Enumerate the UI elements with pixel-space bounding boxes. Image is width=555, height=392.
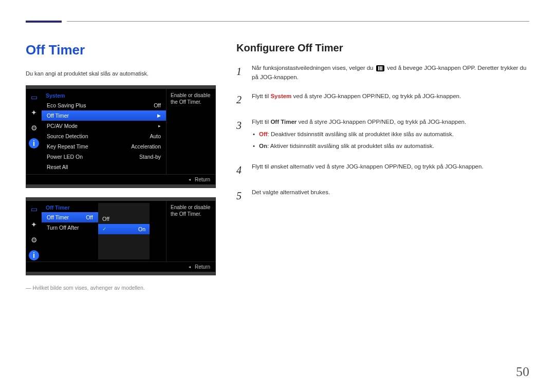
osd-option[interactable]: ✓On (98, 224, 150, 234)
step-item: 1Når funksjonstastveiledningen vises, ve… (236, 63, 529, 82)
back-arrow-icon: ◂ (189, 177, 191, 182)
step-number: 2 (236, 91, 245, 108)
step-number: 4 (236, 162, 245, 178)
menu-icon (376, 65, 384, 71)
osd-help-text: Enable or disable the Off Timer. (166, 89, 215, 174)
osd-row[interactable]: Eco Saving PlusOff (42, 100, 166, 110)
step-bullet: On: Aktiver tidsinnstilt avslåing slik a… (252, 141, 529, 151)
step-number: 1 (236, 63, 245, 82)
step-body: Det valgte alternativet brukes. (252, 188, 529, 204)
osd-row[interactable]: Off Timer▶ (42, 110, 166, 121)
osd-option[interactable]: Off (98, 214, 150, 224)
gear-icon: ⚙ (29, 235, 39, 245)
osd-row[interactable]: Turn Off After (42, 222, 98, 233)
page-number: 50 (516, 364, 529, 380)
step-bullet: Off: Deaktiver tidsinnstilt avslåing sli… (252, 129, 529, 139)
osd-row[interactable]: Power LED OnStand-by (42, 152, 166, 162)
info-icon: i (29, 138, 39, 148)
osd-sub-header: Off Timer (42, 203, 98, 212)
intro-text: Du kan angi at produktet skal slås av au… (26, 69, 216, 78)
osd-help-text: Enable or disable the Off Timer. (166, 201, 215, 262)
configure-title: Konfigurere Off Timer (236, 42, 529, 54)
osd-row[interactable]: Off TimerOff (42, 212, 98, 222)
monitor-icon: ▭ (29, 204, 39, 214)
osd-header: System (42, 91, 166, 100)
step-number: 5 (236, 188, 245, 204)
osd-system-menu: ▭ ✦ ⚙ i System Eco Saving PlusOffOff Tim… (26, 85, 216, 188)
step-item: 2Flytt til System ved å styre JOG-knappe… (236, 91, 529, 108)
step-item: 5Det valgte alternativet brukes. (236, 188, 529, 204)
step-item: 3Flytt til Off Timer ved å styre JOG-kna… (236, 117, 529, 153)
osd-row[interactable]: Key Repeat TimeAcceleration (42, 141, 166, 152)
osd-row[interactable]: Source DetectionAuto (42, 131, 166, 141)
gear-icon: ⚙ (29, 123, 39, 133)
step-item: 4Flytt til ønsket alternativ ved å styre… (236, 162, 529, 178)
return-label: Return (195, 264, 210, 270)
step-body: Flytt til System ved å styre JOG-knappen… (252, 91, 529, 108)
osd-offtimer-menu: ▭ ✦ ⚙ i Off Timer Off TimerOffTurn Off A… (26, 197, 216, 275)
step-body: Flytt til Off Timer ved å styre JOG-knap… (252, 117, 529, 153)
step-body: Når funksjonstastveiledningen vises, vel… (252, 63, 529, 82)
info-icon: i (29, 250, 39, 260)
target-icon: ✦ (29, 219, 39, 230)
header-rule (26, 21, 529, 22)
footnote: ― Hvilket bilde som vises, avhenger av m… (26, 285, 216, 291)
step-number: 3 (236, 117, 245, 153)
osd-row[interactable]: PC/AV Mode▸ (42, 121, 166, 131)
section-title: Off Timer (26, 42, 216, 58)
osd-row[interactable]: Reset All (42, 162, 166, 172)
step-body: Flytt til ønsket alternativ ved å styre … (252, 162, 529, 178)
return-label: Return (195, 177, 210, 182)
target-icon: ✦ (29, 107, 39, 118)
monitor-icon: ▭ (29, 92, 39, 102)
back-arrow-icon: ◂ (189, 265, 191, 269)
